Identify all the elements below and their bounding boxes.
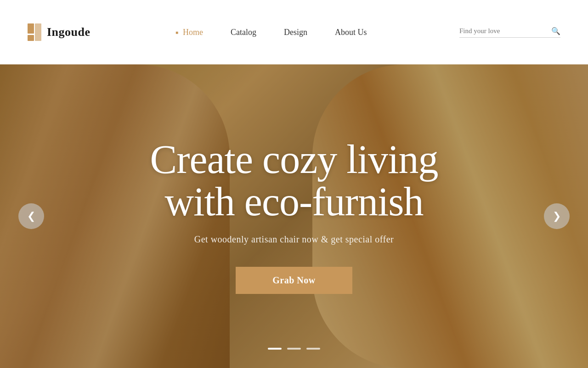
hero-content: Create cozy living with eco-furnish Get … bbox=[104, 138, 484, 294]
chevron-right-icon: ❯ bbox=[553, 210, 561, 222]
nav-item-catalog[interactable]: Catalog bbox=[231, 28, 256, 37]
svg-rect-2 bbox=[35, 23, 41, 41]
logo-icon bbox=[28, 23, 41, 41]
next-slide-button[interactable]: ❯ bbox=[544, 203, 570, 229]
search-input[interactable] bbox=[459, 27, 551, 35]
hero-subtitle: Get woodenly artisan chair now & get spe… bbox=[150, 234, 438, 245]
hero-title: Create cozy living with eco-furnish bbox=[150, 138, 438, 224]
nav-item-about[interactable]: About Us bbox=[335, 28, 367, 37]
hero-section: ❮ Create cozy living with eco-furnish Ge… bbox=[0, 64, 588, 368]
grab-now-button[interactable]: Grab Now bbox=[236, 267, 352, 294]
nav-item-design[interactable]: Design bbox=[284, 28, 307, 37]
svg-rect-0 bbox=[28, 23, 34, 34]
search-icon[interactable]: 🔍 bbox=[551, 27, 560, 35]
search-bar: 🔍 bbox=[459, 27, 560, 38]
logo-text: Ingoude bbox=[47, 25, 90, 39]
svg-rect-1 bbox=[28, 35, 34, 41]
chevron-left-icon: ❮ bbox=[27, 210, 35, 222]
nav-item-home[interactable]: Home bbox=[183, 28, 203, 37]
slide-dots bbox=[268, 348, 320, 350]
logo[interactable]: Ingoude bbox=[28, 23, 90, 41]
hero-title-line1: Create cozy living bbox=[150, 137, 438, 182]
slide-dot-1[interactable] bbox=[268, 348, 282, 350]
slide-dot-3[interactable] bbox=[306, 348, 320, 350]
main-nav: Home Catalog Design About Us bbox=[183, 28, 367, 37]
hero-title-line2: with eco-furnish bbox=[164, 179, 423, 224]
slide-dot-2[interactable] bbox=[287, 348, 301, 350]
header: Ingoude Home Catalog Design About Us 🔍 bbox=[0, 0, 588, 64]
prev-slide-button[interactable]: ❮ bbox=[18, 203, 44, 229]
